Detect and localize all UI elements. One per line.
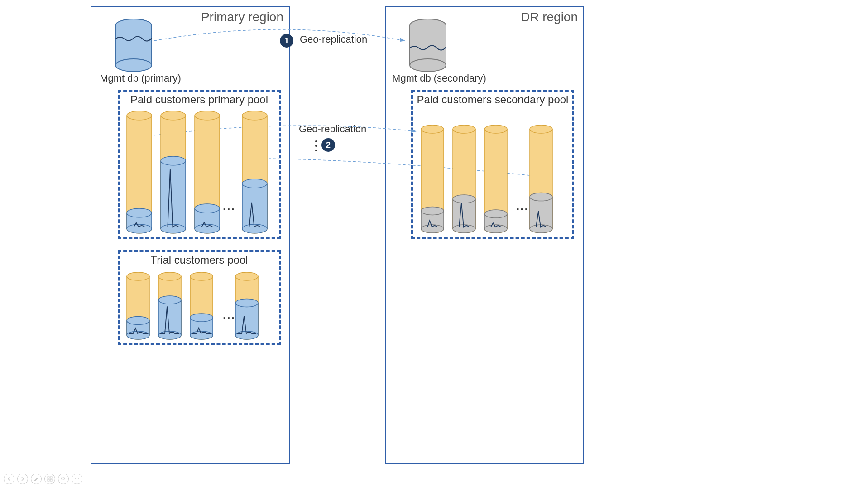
svg-point-20	[77, 478, 77, 479]
svg-point-118	[158, 331, 181, 339]
geo-replication-arrow-pool	[0, 0, 868, 488]
svg-rect-16	[50, 479, 52, 481]
svg-rect-77	[453, 199, 475, 229]
pool-tube	[484, 124, 508, 234]
svg-point-49	[195, 204, 220, 213]
see-all-slides-button[interactable]	[44, 474, 55, 484]
svg-point-56	[242, 111, 267, 120]
svg-point-58	[242, 224, 267, 233]
svg-point-48	[195, 224, 220, 233]
svg-point-11	[315, 145, 317, 147]
svg-point-99	[530, 193, 552, 201]
pool-tube	[235, 271, 259, 340]
pen-button[interactable]	[31, 474, 42, 484]
zoom-button[interactable]	[58, 474, 69, 484]
pool-tube	[420, 124, 445, 234]
svg-point-136	[235, 272, 258, 280]
svg-point-36	[161, 111, 186, 120]
svg-point-21	[78, 478, 79, 479]
svg-point-46	[195, 111, 220, 120]
diagram-canvas: Primary region DR region Mgmt db (primar…	[0, 0, 868, 488]
svg-point-119	[158, 296, 181, 304]
svg-point-86	[484, 125, 507, 133]
svg-point-66	[421, 125, 444, 133]
svg-point-106	[127, 272, 149, 280]
more-options-button[interactable]	[72, 474, 82, 484]
svg-point-26	[127, 111, 152, 120]
svg-point-96	[530, 125, 552, 133]
geo-replication-label-2: Geo-replication	[299, 123, 366, 135]
svg-point-129	[190, 314, 213, 322]
primary-trial-ellipsis: ...	[223, 308, 235, 322]
svg-point-17	[62, 477, 65, 480]
svg-rect-57	[242, 184, 267, 229]
next-slide-button[interactable]	[17, 474, 28, 484]
svg-rect-117	[158, 300, 181, 335]
svg-point-139	[235, 299, 258, 307]
pool-tube	[160, 110, 187, 234]
svg-rect-13	[48, 477, 49, 478]
svg-rect-15	[48, 479, 49, 481]
svg-rect-14	[50, 477, 52, 478]
svg-point-79	[453, 195, 475, 203]
svg-point-128	[190, 331, 213, 339]
svg-rect-137	[235, 303, 258, 336]
svg-point-109	[127, 317, 149, 325]
pool-tube	[529, 124, 553, 234]
pool-tube	[452, 124, 476, 234]
svg-point-39	[161, 156, 186, 165]
svg-point-59	[242, 179, 267, 188]
pool-tube	[158, 271, 182, 340]
svg-point-138	[235, 331, 258, 339]
trial-customers-pool-title: Trial customers pool	[120, 254, 279, 266]
svg-point-89	[484, 210, 507, 218]
svg-rect-97	[530, 197, 552, 229]
svg-point-38	[161, 224, 186, 233]
pool-tube	[126, 110, 153, 234]
svg-point-98	[530, 225, 552, 233]
svg-point-69	[421, 207, 444, 215]
pool-tube	[241, 110, 268, 234]
svg-point-126	[190, 272, 213, 280]
badge-2-text: 2	[326, 140, 331, 150]
svg-point-19	[75, 478, 76, 479]
badge-2: 2	[321, 138, 335, 152]
svg-point-12	[315, 150, 317, 151]
svg-point-78	[453, 225, 475, 233]
svg-point-29	[127, 208, 152, 217]
pool-tube	[189, 271, 214, 340]
presenter-controls	[4, 474, 82, 484]
svg-line-18	[64, 480, 66, 481]
svg-point-88	[484, 225, 507, 233]
svg-rect-37	[161, 161, 186, 229]
svg-point-10	[315, 140, 317, 142]
svg-point-116	[158, 272, 181, 280]
pool-tube	[194, 110, 221, 234]
svg-point-76	[453, 125, 475, 133]
pool-tube	[126, 271, 150, 340]
svg-point-28	[127, 224, 152, 233]
svg-point-108	[127, 331, 149, 339]
svg-point-68	[421, 225, 444, 233]
prev-slide-button[interactable]	[4, 474, 14, 484]
